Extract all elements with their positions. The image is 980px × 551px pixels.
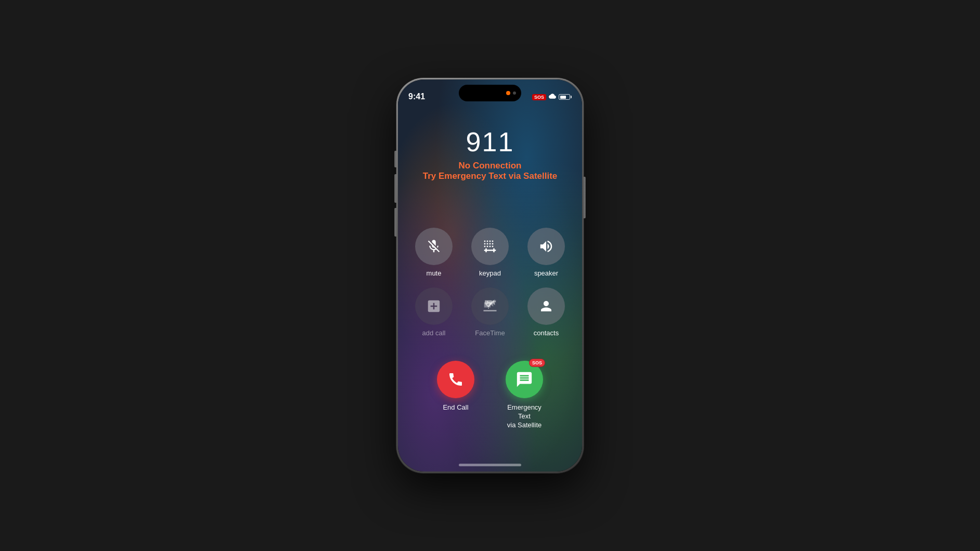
add-call-icon [426,298,442,314]
volume-down-button[interactable] [394,208,396,237]
mute-icon [426,239,442,254]
camera-indicator [506,91,510,95]
keypad-button[interactable]: keypad [467,228,513,277]
add-call-circle[interactable] [415,287,453,325]
sos-status-badge: SOS [532,94,546,100]
keypad-icon [482,239,498,254]
power-button[interactable] [584,177,586,218]
emergency-text-button[interactable]: SOS Emergency Textvia Satellite [506,361,543,430]
status-time: 9:41 [408,92,425,101]
call-status: No Connection Try Emergency Text via Sat… [423,161,558,181]
add-call-button[interactable]: add call [410,287,457,337]
contacts-circle[interactable] [527,287,565,325]
dynamic-island [459,85,521,101]
sos-overlay-badge: SOS [529,359,545,367]
keypad-label: keypad [479,269,501,277]
speaker-icon [538,239,554,254]
status-icons: SOS [532,93,572,101]
home-indicator[interactable] [459,464,521,466]
emergency-text-circle[interactable]: SOS [506,361,543,398]
bottom-actions: End Call SOS Emergency Textvia Satellite [437,361,543,430]
volume-silent-button[interactable] [394,151,396,167]
contacts-button[interactable]: contacts [523,287,570,337]
facetime-circle[interactable]: ? [471,287,509,325]
phone-device: 9:41 SOS 911 No Connecti [396,78,584,473]
speaker-circle[interactable] [527,228,565,265]
sensor-indicator [513,91,516,95]
phone-screen: 9:41 SOS 911 No Connecti [398,80,582,471]
mute-label: mute [427,269,442,277]
end-call-circle[interactable] [437,361,474,398]
emergency-text-label: Emergency Textvia Satellite [506,403,543,430]
battery-icon [559,94,572,100]
speaker-button[interactable]: speaker [523,228,570,277]
speaker-label: speaker [534,269,558,277]
facetime-icon: ? [482,298,498,314]
add-call-label: add call [422,329,446,337]
end-call-button[interactable]: End Call [437,361,474,412]
mute-button[interactable]: mute [410,228,457,277]
contacts-label: contacts [534,329,559,337]
end-call-icon [447,371,464,388]
satellite-icon [549,93,556,101]
message-icon [515,371,533,388]
try-satellite-text: Try Emergency Text via Satellite [423,171,558,181]
facetime-label: FaceTime [475,329,505,337]
call-number: 911 [466,126,514,158]
svg-text:?: ? [486,300,492,311]
facetime-button[interactable]: ? FaceTime [467,287,513,337]
volume-up-button[interactable] [394,174,396,203]
mute-circle[interactable] [415,228,453,265]
end-call-label: End Call [443,403,468,412]
call-controls: mute keypad speaker [410,228,570,337]
keypad-circle[interactable] [471,228,509,265]
contacts-icon [538,298,554,314]
no-connection-text: No Connection [423,161,558,171]
